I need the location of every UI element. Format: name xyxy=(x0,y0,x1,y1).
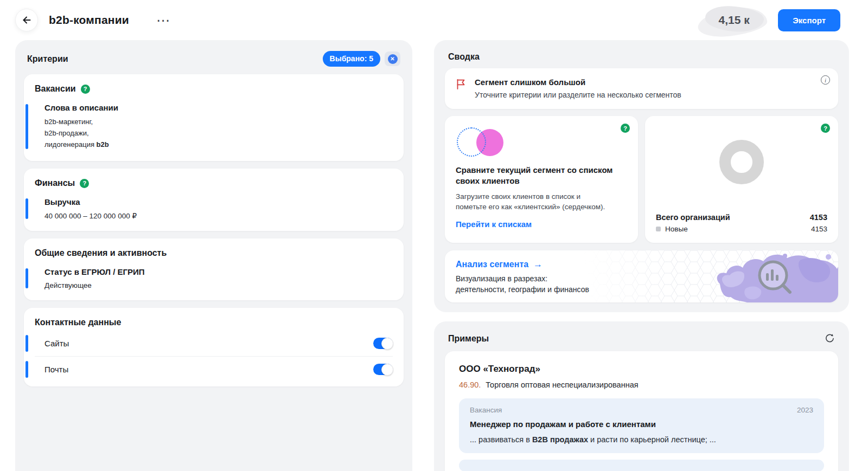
organizations-rows: Всего организаций 4153 Новые 4153 xyxy=(656,213,827,233)
okved-code: 46.90. xyxy=(459,380,481,389)
organizations-new-value: 4153 xyxy=(811,225,827,233)
go-to-lists-link[interactable]: Перейти к спискам xyxy=(456,220,532,229)
help-icon[interactable]: ? xyxy=(81,85,90,94)
arrow-left-icon xyxy=(21,15,32,25)
venn-segment-circle xyxy=(457,127,486,157)
criteria-card-finance: Финансы ? Выручка 40 000 000 – 120 000 0… xyxy=(24,169,404,231)
card-title: Общие сведения и активность xyxy=(35,248,167,258)
flag-icon xyxy=(455,78,467,99)
summary-title: Сводка xyxy=(448,52,480,62)
card-title: Финансы xyxy=(35,178,75,188)
ellipsis-icon: ⋯ xyxy=(156,12,170,28)
summary-cards-row: ? Сравните текущий сегмент со списком св… xyxy=(445,116,838,243)
summary-panel-header: Сводка xyxy=(445,49,838,68)
vacancy-label: Вакансия xyxy=(470,406,502,414)
criteria-panel-header: Критерии Выбрано: 5 ✕ xyxy=(24,48,404,74)
criteria-value: лидогенерация b2b xyxy=(44,139,393,151)
compare-title: Сравните текущий сегмент со списком свои… xyxy=(456,165,627,186)
card-title: Контактные данные xyxy=(35,318,121,327)
segment-analysis-link[interactable]: Анализ сегмента → xyxy=(456,259,827,270)
organizations-card: ? Всего организаций 4153 Новые 4153 xyxy=(645,116,838,243)
toggle-knob xyxy=(381,364,393,376)
vacancy-card-next xyxy=(459,460,824,471)
criteria-value: Действующее xyxy=(44,281,393,289)
summary-panel: Сводка Сегмент слишком большой Уточните … xyxy=(434,40,849,312)
page-title: b2b-компании xyxy=(49,14,129,27)
example-company-card: ООО «Техноград» 46.90. Торговля оптовая … xyxy=(445,351,838,471)
compare-body: Загрузите своих клиентов в список и поме… xyxy=(456,191,608,212)
back-button[interactable] xyxy=(15,9,38,31)
main-content: Критерии Выбрано: 5 ✕ Вакансии ? Слова в… xyxy=(0,40,868,471)
criteria-row-status[interactable]: Статус в ЕГРЮЛ / ЕГРИП Действующее xyxy=(35,267,393,289)
organizations-donut-chart xyxy=(719,140,764,184)
warning-subtitle: Уточните критерии или разделите на неско… xyxy=(475,91,681,99)
toggle-knob xyxy=(381,338,393,350)
criteria-panel: Критерии Выбрано: 5 ✕ Вакансии ? Слова в… xyxy=(15,40,412,471)
vacancy-snippet: ... развиваться в B2B продажах и расти п… xyxy=(470,435,813,444)
criteria-value: b2b-продажи, xyxy=(44,128,393,139)
criteria-values: b2b-маркетинг, b2b-продажи, лидогенераци… xyxy=(44,117,393,150)
contact-rows: Сайты Почты xyxy=(35,331,393,382)
examples-panel: Примеры ООО «Техноград» 46.90. Торговля … xyxy=(434,321,849,471)
card-title-row: Вакансии ? xyxy=(35,84,393,94)
okved-name: Торговля оптовая неспециализированная xyxy=(486,380,638,389)
criteria-value: b2b-маркетинг, xyxy=(44,117,393,128)
contact-row-emails: Почты xyxy=(35,356,393,382)
segment-count: 4,15 к xyxy=(719,14,750,27)
refresh-icon xyxy=(825,333,835,344)
help-icon[interactable]: ? xyxy=(80,179,89,188)
criteria-card-vacancies: Вакансии ? Слова в описании b2b-маркетин… xyxy=(24,74,404,161)
criteria-field-label: Выручка xyxy=(44,197,393,207)
card-title: Вакансии xyxy=(35,84,76,94)
criteria-title: Критерии xyxy=(27,54,68,64)
arrow-right-icon: → xyxy=(533,259,542,270)
vacancy-year: 2023 xyxy=(797,406,813,414)
emails-toggle[interactable] xyxy=(373,364,393,375)
organizations-total-value: 4153 xyxy=(810,213,827,222)
segment-count-cloud: 4,15 к xyxy=(703,5,765,35)
company-name: ООО «Техноград» xyxy=(459,364,824,375)
warning-title: Сегмент слишком большой xyxy=(475,78,681,87)
page-header: b2b-компании ⋯ 4,15 к Экспорт xyxy=(0,0,868,40)
export-button[interactable]: Экспорт xyxy=(778,9,840,31)
examples-panel-header: Примеры xyxy=(445,330,838,351)
warning-texts: Сегмент слишком большой Уточните критери… xyxy=(475,78,681,99)
vacancy-title: Менеджер по продажам и работе с клиентам… xyxy=(470,420,813,429)
contact-label: Сайты xyxy=(44,339,69,348)
organizations-total-label: Всего организаций xyxy=(656,213,730,222)
selected-count-badge[interactable]: Выбрано: 5 xyxy=(323,51,380,67)
contact-label: Почты xyxy=(44,365,68,374)
sites-toggle[interactable] xyxy=(373,338,393,349)
examples-title: Примеры xyxy=(448,334,489,344)
legend-square-icon xyxy=(656,227,661,231)
vacancy-card: Вакансия 2023 Менеджер по продажам и раб… xyxy=(459,398,824,453)
segment-analysis-banner[interactable]: Анализ сегмента → Визуализация в разреза… xyxy=(445,250,838,302)
analysis-description: Визуализация в разрезах: деятельности, г… xyxy=(456,274,827,295)
more-menu-button[interactable]: ⋯ xyxy=(154,14,173,27)
criteria-card-general: Общие сведения и активность Статус в ЕГР… xyxy=(24,238,404,300)
criteria-card-contacts: Контактные данные Сайты Почты xyxy=(24,308,404,386)
contact-row-sites: Сайты xyxy=(35,331,393,356)
criteria-field-label: Слова в описании xyxy=(44,103,393,112)
organizations-new-label: Новые xyxy=(665,225,688,233)
card-title-row: Контактные данные xyxy=(35,318,393,327)
company-okved: 46.90. Торговля оптовая неспециализирова… xyxy=(459,380,824,389)
criteria-field-label: Статус в ЕГРЮЛ / ЕГРИП xyxy=(44,267,393,276)
clear-criteria-button[interactable]: ✕ xyxy=(385,51,400,66)
card-title-row: Финансы ? xyxy=(35,178,393,188)
organizations-new-row: Новые 4153 xyxy=(656,225,827,233)
organizations-total-row: Всего организаций 4153 xyxy=(656,213,827,222)
refresh-button[interactable] xyxy=(825,333,835,344)
card-title-row: Общие сведения и активность xyxy=(35,248,393,258)
criteria-value: 40 000 000 – 120 000 000 ₽ xyxy=(44,211,393,220)
criteria-row-revenue[interactable]: Выручка 40 000 000 – 120 000 000 ₽ xyxy=(35,197,393,220)
close-circle-icon: ✕ xyxy=(388,54,398,64)
info-icon[interactable]: i xyxy=(821,75,830,85)
venn-diagram-icon xyxy=(456,127,627,158)
criteria-row-description-words[interactable]: Слова в описании b2b-маркетинг, b2b-прод… xyxy=(35,103,393,150)
help-icon[interactable]: ? xyxy=(821,124,830,133)
segment-warning-card: Сегмент слишком большой Уточните критери… xyxy=(445,68,838,109)
right-column: Сводка Сегмент слишком большой Уточните … xyxy=(434,40,849,471)
compare-clients-card: ? Сравните текущий сегмент со списком св… xyxy=(445,116,638,243)
vacancy-header: Вакансия 2023 xyxy=(470,406,813,414)
